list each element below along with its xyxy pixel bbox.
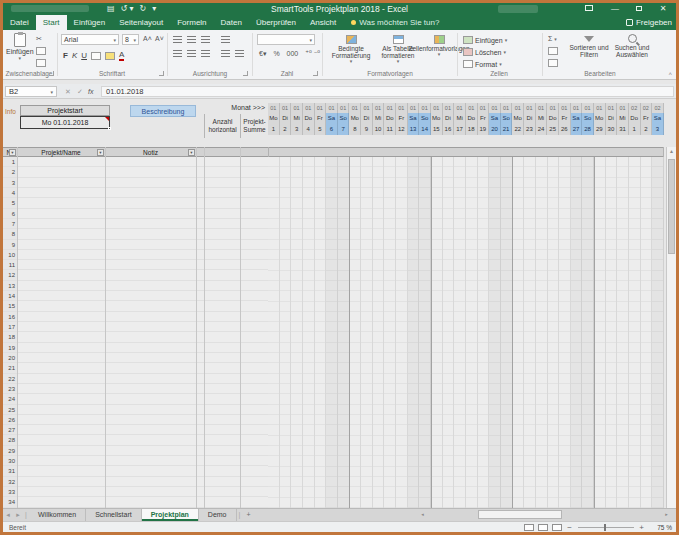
cal-month-cell[interactable]: 01 [384,103,396,113]
cal-month-cell[interactable]: 01 [617,103,629,113]
notiz-cell[interactable] [105,188,196,197]
cal-month-cell[interactable]: 01 [419,103,431,113]
projekt-name-cell[interactable] [17,188,105,197]
projektstart-value-cell[interactable]: Mo 01.01.2018 [20,116,110,129]
nr-cell[interactable]: 18 [3,332,17,341]
notiz-cell[interactable] [105,312,196,321]
zoom-level[interactable]: 75 % [657,522,672,532]
currency-icon[interactable]: €▾ [259,50,266,57]
projekt-name-cell[interactable] [17,477,105,486]
cal-day-cell[interactable]: 2 [641,124,653,135]
projekt-name-cell[interactable] [17,260,105,269]
name-box[interactable]: B2 ▾ [5,86,57,97]
nr-cell[interactable]: 33 [3,487,17,496]
cal-day-cell[interactable]: 13 [408,124,420,135]
beschreibung-header-cell[interactable]: Beschreibung [130,105,196,117]
projekt-name-cell[interactable] [17,497,105,506]
cal-weekday-cell[interactable]: So [419,113,431,124]
menu-tab-start[interactable]: Start [36,15,67,30]
decimal-icons[interactable]: ⁺⁰ ⁻⁰ [305,50,320,57]
nr-cell[interactable]: 19 [3,343,17,352]
cal-weekday-cell[interactable]: Di [361,113,373,124]
user-account-area[interactable] [498,5,538,13]
cal-day-cell[interactable]: 4 [303,124,315,135]
font-dialog-launcher-icon[interactable] [159,71,164,76]
cal-day-cell[interactable]: 5 [315,124,327,135]
cal-weekday-cell[interactable]: Di [280,113,292,124]
cal-day-cell[interactable]: 9 [361,124,373,135]
notiz-cell[interactable] [105,384,196,393]
projekt-name-cell[interactable] [17,363,105,372]
nr-cell[interactable]: 8 [3,229,17,238]
cal-day-cell[interactable]: 1 [629,124,641,135]
zoom-slider-track[interactable] [578,527,634,528]
cal-month-cell[interactable]: 01 [501,103,513,113]
cal-month-cell[interactable]: 01 [478,103,490,113]
menu-tab-formeln[interactable]: Formeln [170,15,213,30]
nr-cell[interactable]: 1 [3,157,17,166]
notiz-cell[interactable] [105,332,196,341]
cal-month-cell[interactable]: 02 [641,103,653,113]
sheet-tab-willkommen[interactable]: Willkommen [29,509,86,521]
italic-button[interactable]: K [72,51,77,60]
projekt-name-cell[interactable] [17,229,105,238]
cal-day-cell[interactable]: 31 [617,124,629,135]
projekt-name-cell[interactable] [17,167,105,176]
cal-month-cell[interactable]: 01 [582,103,594,113]
notiz-cell[interactable] [105,487,196,496]
projekt-name-cell[interactable] [17,322,105,331]
number-format-combobox[interactable]: ▾ [257,34,315,45]
notiz-cell[interactable] [105,353,196,362]
cal-day-cell[interactable]: 3 [652,124,664,135]
nr-cell[interactable]: 7 [3,219,17,228]
notiz-cell[interactable] [105,240,196,249]
nr-cell[interactable]: 31 [3,466,17,475]
projekt-name-cell[interactable] [17,384,105,393]
notiz-cell[interactable] [105,415,196,424]
cal-weekday-cell[interactable]: Fr [641,113,653,124]
nr-cell[interactable]: 30 [3,456,17,465]
cal-weekday-cell[interactable]: Mo [512,113,524,124]
cal-weekday-cell[interactable]: Mi [373,113,385,124]
cal-month-cell[interactable]: 01 [512,103,524,113]
tab-scroll-right-icon[interactable]: ▸ [13,509,23,521]
cal-day-cell[interactable]: 23 [524,124,536,135]
nr-cell[interactable]: 3 [3,178,17,187]
percent-icon[interactable]: % [273,50,279,57]
cal-day-cell[interactable]: 14 [419,124,431,135]
fill-handle[interactable] [108,127,111,130]
cal-day-cell[interactable]: 24 [536,124,548,135]
nr-cell[interactable]: 6 [3,209,17,218]
cal-weekday-cell[interactable]: Sa [652,113,664,124]
nr-cell[interactable]: 23 [3,384,17,393]
cal-weekday-cell[interactable]: Do [547,113,559,124]
bold-button[interactable]: F [63,51,68,60]
cal-weekday-cell[interactable]: Mi [454,113,466,124]
notiz-cell[interactable] [105,250,196,259]
nr-cell[interactable]: 9 [3,240,17,249]
cal-day-cell[interactable]: 3 [291,124,303,135]
notiz-cell[interactable] [105,229,196,238]
cal-weekday-cell[interactable]: Di [524,113,536,124]
projektstart-header-cell[interactable]: Projektstart [20,105,110,116]
cal-weekday-cell[interactable]: Di [443,113,455,124]
menu-tab-ansicht[interactable]: Ansicht [303,15,343,30]
font-name-combobox[interactable]: Arial▾ [61,34,119,45]
align-left-icon[interactable] [173,50,182,57]
cal-month-cell[interactable]: 01 [454,103,466,113]
cal-month-cell[interactable]: 01 [443,103,455,113]
share-button[interactable]: Freigeben [626,15,672,30]
format-painter-button[interactable] [36,59,46,68]
menu-tab-überprüfen[interactable]: Überprüfen [249,15,303,30]
cal-weekday-cell[interactable]: Sa [489,113,501,124]
sheet-tab-demo[interactable]: Demo [199,509,237,521]
shrink-font-button[interactable]: A˅ [155,35,164,42]
cal-weekday-cell[interactable]: So [501,113,513,124]
cal-weekday-cell[interactable]: Do [466,113,478,124]
insert-function-icon[interactable]: fx [88,86,93,97]
projekt-name-cell[interactable] [17,219,105,228]
cal-weekday-cell[interactable]: Fr [396,113,408,124]
cal-month-cell[interactable]: 02 [629,103,641,113]
cal-day-cell[interactable]: 15 [431,124,443,135]
cal-month-cell[interactable]: 01 [268,103,280,113]
